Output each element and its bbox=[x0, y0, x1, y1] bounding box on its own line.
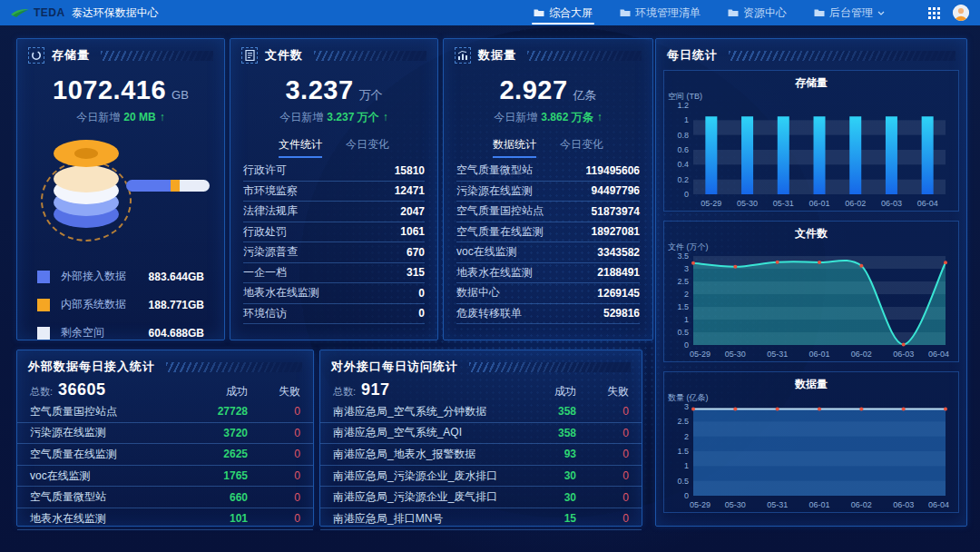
row-value: 315 bbox=[407, 266, 425, 279]
table-row: 南港应急局_空气系统_分钟数据3580 bbox=[320, 401, 642, 423]
svg-text:2: 2 bbox=[684, 432, 689, 441]
row-value: 12471 bbox=[395, 184, 425, 197]
files-panel-header: 文件数 bbox=[230, 39, 437, 68]
svg-text:数量 (亿条): 数量 (亿条) bbox=[668, 393, 709, 402]
legend-item: 内部系统数据188.771GB bbox=[37, 297, 204, 312]
row-label: 法律法规库 bbox=[243, 203, 298, 219]
row-value: 3343582 bbox=[597, 246, 640, 259]
table-row: 南港应急局_污染源企业_废水排口300 bbox=[320, 466, 642, 488]
row-value: 2188491 bbox=[597, 266, 640, 279]
dashboard-root: TEDA 泰达环保数据中心 综合大屏 环境管理清单 资源中心 后台管理 bbox=[0, 0, 980, 552]
svg-text:0.6: 0.6 bbox=[677, 145, 689, 154]
nav-label: 资源中心 bbox=[743, 5, 787, 21]
tab-file-today-change[interactable]: 今日变化 bbox=[346, 137, 389, 158]
svg-text:3: 3 bbox=[684, 402, 689, 411]
row-label: 南港应急局_空气系统_分钟数据 bbox=[333, 404, 513, 419]
table-row: 南港应急局_空气系统_AQI3580 bbox=[320, 423, 642, 445]
row-label: 污染源在线监测 bbox=[456, 183, 533, 199]
folder-icon bbox=[728, 8, 739, 17]
row-success: 358 bbox=[513, 427, 576, 439]
row-label: 数据中心 bbox=[456, 285, 500, 301]
svg-text:0: 0 bbox=[684, 491, 689, 500]
user-avatar[interactable] bbox=[953, 5, 969, 21]
row-label: 空气质量微型站 bbox=[456, 163, 533, 178]
svg-text:3: 3 bbox=[684, 264, 689, 273]
row-label: 行政许可 bbox=[243, 163, 287, 178]
nav-item-dashboard[interactable]: 综合大屏 bbox=[534, 0, 593, 25]
external-total-value: 36605 bbox=[58, 380, 106, 399]
header-stripes bbox=[166, 362, 302, 372]
top-navbar: TEDA 泰达环保数据中心 综合大屏 环境管理清单 资源中心 后台管理 bbox=[0, 0, 980, 25]
svg-text:05-31: 05-31 bbox=[767, 500, 788, 509]
table-row: 污染源在线监测94497796 bbox=[456, 182, 640, 202]
nav-label: 综合大屏 bbox=[549, 5, 593, 21]
nav-item-resource-center[interactable]: 资源中心 bbox=[728, 0, 787, 25]
svg-text:06-03: 06-03 bbox=[881, 199, 902, 208]
row-label: 空气质量在线监测 bbox=[30, 447, 184, 462]
storage-title: 存储量 bbox=[52, 47, 90, 64]
data-table: 空气质量微型站119495606污染源在线监测94497796空气质量国控站点5… bbox=[456, 161, 640, 324]
table-row: 空气质量在线监测18927081 bbox=[456, 222, 640, 243]
row-success: 660 bbox=[184, 491, 248, 504]
svg-text:06-01: 06-01 bbox=[808, 199, 829, 208]
app-title: 泰达环保数据中心 bbox=[72, 5, 159, 21]
storage-panel-header: 存储量 bbox=[17, 39, 224, 68]
row-label: 污染源在线监测 bbox=[30, 425, 184, 440]
svg-text:1.5: 1.5 bbox=[677, 447, 689, 456]
files-title: 文件数 bbox=[265, 47, 303, 64]
files-value: 3.237万个 bbox=[230, 75, 437, 105]
fail-column-header: 失败 bbox=[248, 384, 300, 399]
folder-icon bbox=[814, 8, 825, 17]
row-label: 危废转移联单 bbox=[456, 306, 522, 321]
svg-text:0: 0 bbox=[684, 190, 689, 199]
row-fail: 0 bbox=[576, 491, 629, 504]
usage-bar-segment bbox=[180, 180, 210, 192]
legend-value: 883.644GB bbox=[149, 271, 204, 283]
svg-text:3.5: 3.5 bbox=[677, 251, 689, 261]
nav-item-admin[interactable]: 后台管理 bbox=[814, 0, 885, 25]
row-fail: 0 bbox=[248, 405, 300, 418]
svg-text:0.5: 0.5 bbox=[677, 477, 689, 486]
chart-title: 存储量 bbox=[666, 75, 956, 91]
row-label: 南港应急局_污染源企业_废水排口 bbox=[333, 468, 513, 484]
svg-text:0: 0 bbox=[684, 340, 689, 350]
apps-grid-icon[interactable] bbox=[928, 7, 940, 19]
table-row: 空气质量国控站点51873974 bbox=[456, 202, 640, 222]
nav-item-env-list[interactable]: 环境管理清单 bbox=[620, 0, 701, 25]
brand-logo-text: TEDA bbox=[34, 6, 65, 19]
external-total-row: 总数: 36605 成功 失败 bbox=[17, 380, 313, 399]
row-value: 18927081 bbox=[592, 225, 640, 238]
disk-stack-icon bbox=[50, 140, 122, 231]
row-success: 93 bbox=[513, 448, 576, 460]
row-fail: 0 bbox=[576, 427, 629, 439]
brand: TEDA 泰达环保数据中心 bbox=[11, 5, 159, 21]
svg-text:1.5: 1.5 bbox=[677, 302, 689, 311]
legend-value: 604.688GB bbox=[149, 327, 204, 340]
row-success: 3720 bbox=[184, 427, 248, 439]
row-label: 地表水在线监测 bbox=[456, 265, 533, 281]
tab-data-today-change[interactable]: 今日变化 bbox=[560, 137, 603, 158]
header-stripes bbox=[527, 51, 642, 61]
row-label: 空气质量微型站 bbox=[30, 489, 184, 505]
table-row: 市环境监察12471 bbox=[243, 182, 425, 202]
table-row: 危废转移联单529816 bbox=[456, 304, 640, 325]
row-label: 南港应急局_污染源企业_废气排口 bbox=[333, 489, 513, 505]
api-total-row: 总数: 917 成功 失败 bbox=[320, 380, 642, 399]
row-fail: 0 bbox=[576, 512, 629, 525]
svg-text:06-04: 06-04 bbox=[928, 350, 949, 359]
svg-text:06-01: 06-01 bbox=[808, 350, 829, 359]
table-row: 空气质量在线监测26250 bbox=[17, 444, 313, 466]
files-line-chart: 00.511.522.533.505-2905-3005-3106-0106-0… bbox=[666, 242, 956, 363]
svg-text:06-03: 06-03 bbox=[893, 350, 914, 359]
tab-file-stats[interactable]: 文件统计 bbox=[279, 137, 322, 158]
api-access-panel: 对外接口每日访问统计 总数: 917 成功 失败 南港应急局_空气系统_分钟数据… bbox=[319, 350, 642, 527]
tab-data-stats[interactable]: 数据统计 bbox=[493, 137, 536, 158]
row-value: 15810 bbox=[395, 164, 425, 177]
svg-text:2: 2 bbox=[684, 290, 689, 299]
header-stripes bbox=[469, 362, 631, 372]
files-tabs: 文件统计 今日变化 bbox=[230, 137, 437, 158]
storage-panel: 存储量 1072.416GB 今日新增20 MB↑ 外部接入数据883.644G… bbox=[16, 38, 225, 340]
main-nav: 综合大屏 环境管理清单 资源中心 后台管理 bbox=[534, 0, 885, 25]
svg-text:06-03: 06-03 bbox=[893, 500, 914, 509]
row-label: 空气质量国控站点 bbox=[30, 404, 184, 419]
